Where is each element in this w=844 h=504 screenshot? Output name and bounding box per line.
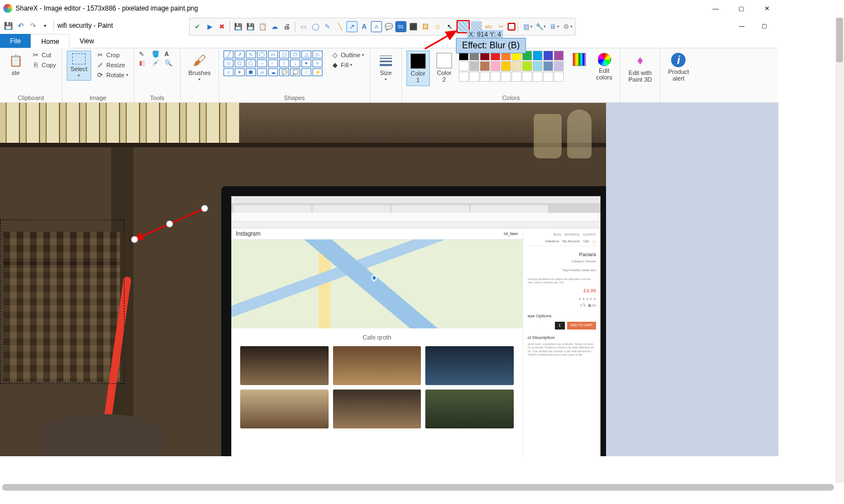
color-swatch[interactable]	[490, 61, 500, 71]
monitor-icon[interactable]: 🖥	[547, 21, 558, 32]
size-button[interactable]: Size ▾	[375, 51, 397, 84]
undo-icon[interactable]: ↶	[16, 21, 26, 31]
mac-menubar	[231, 196, 600, 204]
resize-button[interactable]: ⤢Resize	[95, 61, 129, 69]
color-swatch[interactable]	[554, 72, 564, 82]
rect-tool-icon[interactable]: ▭	[297, 21, 309, 32]
color-swatch[interactable]	[522, 61, 532, 71]
clipboard-icon[interactable]: 📋	[257, 21, 268, 32]
paste-button[interactable]: 📋 ste	[4, 51, 27, 78]
bookmark-bar	[231, 222, 600, 228]
rotate-button[interactable]: ⟳Rotate▾	[95, 71, 129, 79]
horizontal-scrollbar[interactable]	[2, 484, 834, 491]
print-icon[interactable]: 🖨	[281, 21, 292, 32]
upload-icon[interactable]: ☁	[269, 21, 280, 32]
color-swatch[interactable]	[459, 61, 469, 71]
group-tools: ✎ 🪣 A ◧ 💉 🔍 Tools	[135, 48, 181, 102]
color-swatch[interactable]	[533, 61, 543, 71]
color-swatch[interactable]	[480, 61, 490, 71]
color-swatch[interactable]	[512, 61, 522, 71]
color1-button[interactable]: Color 1	[406, 51, 430, 86]
minimize-button[interactable]: —	[703, 0, 728, 17]
color-swatch[interactable]	[543, 61, 553, 71]
ellipse-tool-icon[interactable]: ◯	[310, 21, 321, 32]
color-swatch[interactable]	[501, 61, 511, 71]
fill-icon[interactable]: 🪣	[152, 51, 163, 58]
text-icon[interactable]: A	[165, 51, 176, 58]
paint3d-button[interactable]: ♦ Edit with Paint 3D	[625, 51, 655, 85]
product-alert-button[interactable]: i Product alert	[664, 51, 692, 84]
copy-button[interactable]: ⎘Copy	[30, 61, 57, 69]
cut-button[interactable]: ✂Cut	[30, 51, 57, 59]
gear-icon[interactable]: ⚙	[560, 21, 572, 32]
cutout-tool-icon[interactable]	[508, 23, 515, 31]
cancel-icon[interactable]: ✖	[216, 21, 227, 32]
close-button[interactable]: ✕	[754, 0, 780, 17]
line-tool-icon[interactable]: ╲	[334, 21, 345, 32]
textbox-tool-icon[interactable]: A	[371, 21, 382, 32]
color-swatch[interactable]	[543, 51, 553, 61]
color-swatch[interactable]	[480, 72, 490, 82]
paste-icon: 📋	[8, 53, 23, 68]
quick-access-toolbar: 💾 ↶ ↷ ▾	[3, 21, 50, 31]
redo-icon[interactable]: ↷	[28, 21, 38, 31]
color-swatch[interactable]	[554, 51, 564, 61]
maximize-button[interactable]: ▢	[728, 0, 754, 17]
annotation-arrow[interactable]	[127, 204, 216, 251]
step-tool-icon[interactable]: 01	[395, 21, 406, 32]
select-button[interactable]: Select ▾	[67, 51, 92, 81]
scrollbar-thumb[interactable]	[836, 18, 843, 62]
crop-icon: ✂	[96, 51, 105, 59]
continue-icon[interactable]: ▶	[204, 21, 215, 32]
eraser-icon[interactable]: ◧	[139, 59, 150, 67]
color-swatch[interactable]	[490, 72, 500, 82]
arrow-tool-icon[interactable]: ↗	[346, 21, 358, 32]
edit-colors-button[interactable]: Edit colors	[593, 51, 615, 83]
speech-tool-icon[interactable]: 💬	[383, 21, 394, 32]
color-swatch[interactable]	[522, 72, 532, 82]
group-size: Size ▾	[370, 48, 402, 102]
freehand-tool-icon[interactable]: ✎	[322, 21, 333, 32]
pencil-icon[interactable]: ✎	[139, 51, 150, 58]
crop-button[interactable]: ✂Crop	[95, 51, 129, 59]
qat-dropdown-icon[interactable]: ▾	[40, 21, 50, 31]
save-icon[interactable]: 💾	[3, 21, 13, 31]
color-swatch[interactable]	[533, 51, 543, 61]
apply-icon[interactable]: ✔	[192, 21, 203, 32]
tab-file[interactable]: File	[0, 34, 31, 48]
color-spectrum-button[interactable]	[569, 51, 589, 68]
picker-icon[interactable]: 💉	[152, 59, 163, 67]
color2-button[interactable]: Color 2	[433, 51, 455, 85]
photo-cup	[37, 414, 165, 456]
magnify-tool-icon[interactable]: ⬛	[408, 21, 419, 32]
color-swatch[interactable]	[543, 72, 553, 82]
color-swatch[interactable]	[554, 61, 564, 71]
color-swatch[interactable]	[512, 72, 522, 82]
color-swatch[interactable]	[469, 72, 479, 82]
save-icon[interactable]: 💾	[232, 21, 244, 32]
shape-fill-button[interactable]: ◆Fill▾	[329, 61, 365, 69]
paint-maximize-button[interactable]: ▢	[753, 18, 775, 33]
vertical-scrollbar[interactable]	[835, 18, 844, 483]
color-swatch[interactable]	[469, 61, 479, 71]
browser-tabs	[231, 204, 600, 213]
undo-tool-icon[interactable]: ▨	[520, 21, 532, 32]
color-swatch[interactable]	[501, 72, 511, 82]
tab-home[interactable]: Home	[31, 34, 69, 48]
paint-minimize-button[interactable]: —	[731, 18, 753, 33]
color-swatch[interactable]	[459, 72, 469, 82]
paint-window: 💾 ↶ ↷ ▾ wifi security - Paint — ▢ File H…	[0, 17, 778, 456]
sharex-tooltip: Effect: Blur (B)	[456, 38, 526, 53]
shapes-gallery[interactable]: ╱↗∿◯▭▢⬠△▷ ◇⬠⬡→←↑↓✦✧ ☆✶⬟▱☁💬💭♡⚡	[224, 51, 322, 76]
brushes-button[interactable]: 🖌 Brushes ▾	[185, 51, 214, 84]
canvas-image[interactable]: Instagram bil_fawn Cafe qroth	[0, 103, 606, 456]
tab-view[interactable]: View	[69, 34, 104, 48]
zoom-icon[interactable]: 🔍	[165, 59, 176, 67]
color-swatch[interactable]	[533, 72, 543, 82]
selection-marquee[interactable]	[0, 219, 125, 384]
saveas-icon[interactable]: 💾	[245, 21, 256, 32]
text-tool-icon[interactable]: A	[359, 21, 370, 32]
wrench-icon[interactable]: 🔧	[534, 21, 545, 32]
shape-outline-button[interactable]: ◇Outline▾	[329, 51, 365, 59]
svg-point-1	[201, 205, 208, 212]
